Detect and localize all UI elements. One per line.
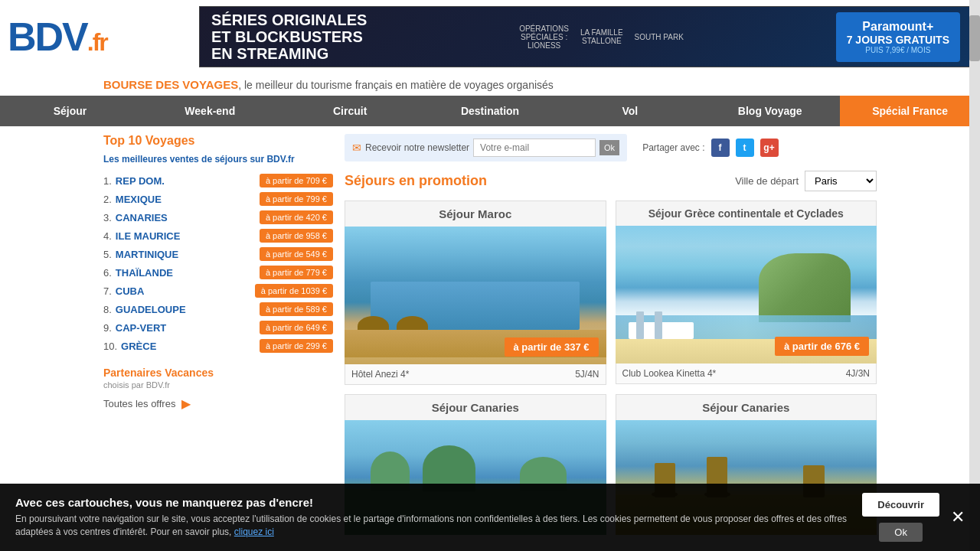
paramount-free: 7 JOURS GRATUITS bbox=[847, 34, 949, 46]
top10-subtitle: Les meilleures ventes de séjours sur BDV… bbox=[103, 154, 333, 165]
partenaires-subtitle: choisis par BDV.fr bbox=[103, 380, 170, 390]
newsletter-input[interactable] bbox=[473, 139, 596, 157]
ad-title-2: ET BLOCKBUSTERS bbox=[211, 28, 367, 45]
main: Top 10 Voyages Les meilleures ventes de … bbox=[0, 126, 980, 543]
ad-banner[interactable]: SÉRIES ORIGINALES ET BLOCKBUSTERS EN STR… bbox=[199, 6, 972, 67]
top10-price-9: à partir de 649 € bbox=[260, 321, 333, 334]
top10-name-6[interactable]: THAÏLANDE bbox=[116, 267, 173, 279]
nav-weekend[interactable]: Week-end bbox=[140, 96, 280, 126]
ad-left: SÉRIES ORIGINALES ET BLOCKBUSTERS EN STR… bbox=[211, 11, 367, 62]
cookie-main: Avec ces cartouches, vous ne manquerez p… bbox=[15, 496, 847, 539]
top10-name-4[interactable]: ILE MAURICE bbox=[116, 230, 181, 242]
top10-item-9: 9. CAP-VERT à partir de 649 € bbox=[103, 321, 333, 334]
ad-title-1: SÉRIES ORIGINALES bbox=[211, 11, 367, 28]
paramount-logo: Paramount+ bbox=[847, 20, 949, 34]
top10-item-2: 2. MEXIQUE à partir de 799 € bbox=[103, 192, 333, 206]
nav-vol[interactable]: Vol bbox=[560, 96, 700, 126]
content: ✉ Recevoir notre newsletter Ok Partager … bbox=[345, 134, 877, 535]
top10-price-2: à partir de 799 € bbox=[260, 192, 333, 206]
discover-button[interactable]: Découvrir bbox=[862, 493, 939, 517]
top10-name-1[interactable]: REP DOM. bbox=[116, 175, 165, 187]
top10-price-1: à partir de 709 € bbox=[260, 174, 333, 187]
top10-price-6: à partir de 779 € bbox=[260, 266, 333, 279]
top10-price-3: à partir de 420 € bbox=[260, 210, 333, 224]
card-maroc[interactable]: Séjour Maroc à partir de 337 € Hôtel Ane… bbox=[345, 201, 606, 385]
promo-header: Séjours en promotion Ville de départ Par… bbox=[345, 171, 877, 191]
nav: Séjour Week-end Circuit Destination Vol … bbox=[0, 96, 980, 126]
ad-shows: OPÉRATIONSSPÉCIALES :LIONESS LA FAMILLES… bbox=[519, 24, 684, 50]
top10-name-9[interactable]: CAP-VERT bbox=[116, 322, 166, 334]
card-img-grece: à partir de 676 € bbox=[616, 226, 877, 364]
card-img-maroc: à partir de 337 € bbox=[345, 227, 606, 364]
card-title-maroc: Séjour Maroc bbox=[345, 201, 606, 227]
top10-price-5: à partir de 549 € bbox=[260, 247, 333, 261]
card-info-maroc: Hôtel Anezi 4* 5J/4N bbox=[345, 364, 606, 385]
card-info-grece: Club Lookea Kinetta 4* 4J/3N bbox=[616, 364, 877, 384]
ad-show-2: LA FAMILLESTALLONE bbox=[580, 28, 623, 45]
newsletter-label: Recevoir notre newsletter bbox=[365, 142, 469, 153]
top10-price-8: à partir de 589 € bbox=[260, 302, 333, 316]
ad-title-3: EN STREAMING bbox=[211, 45, 367, 62]
ad-show-3: SOUTH PARK bbox=[635, 33, 684, 41]
card-grece[interactable]: Séjour Grèce continentale et Cyclades à … bbox=[616, 201, 877, 385]
share-facebook[interactable]: f bbox=[711, 139, 730, 157]
toutes-offres-arrow[interactable]: ▶ bbox=[181, 396, 191, 411]
cookie-banner: Avec ces cartouches, vous ne manquerez p… bbox=[0, 484, 980, 543]
top10-item-5: 5. MARTINIQUE à partir de 549 € bbox=[103, 247, 333, 261]
ad-paramount[interactable]: Paramount+ 7 JOURS GRATUITS PUIS 7,99€ /… bbox=[836, 12, 960, 62]
top10-name-5[interactable]: MARTINIQUE bbox=[116, 249, 178, 260]
top10-item-4: 4. ILE MAURICE à partir de 958 € bbox=[103, 229, 333, 243]
scrollbar[interactable] bbox=[969, 0, 980, 543]
top10-name-10[interactable]: GRÈCE bbox=[121, 341, 156, 352]
nav-blog[interactable]: Blog Voyage bbox=[700, 96, 840, 126]
ville-select[interactable]: Paris Lyon Marseille Bordeaux Toulouse N… bbox=[805, 171, 877, 191]
logo-blue: BDV bbox=[8, 15, 87, 59]
nav-circuit[interactable]: Circuit bbox=[280, 96, 420, 126]
nav-destination[interactable]: Destination bbox=[420, 96, 560, 126]
toutes-offres: Toutes les offres ▶ bbox=[103, 396, 333, 411]
close-icon[interactable]: ✕ bbox=[951, 507, 965, 527]
top10-name-8[interactable]: GUADELOUPE bbox=[116, 304, 186, 315]
logo[interactable]: BDV.fr bbox=[8, 14, 184, 60]
email-icon: ✉ bbox=[352, 142, 361, 154]
card-price-grece: à partir de 676 € bbox=[775, 337, 869, 356]
top10-name-7[interactable]: CUBA bbox=[116, 285, 145, 297]
toutes-offres-label: Toutes les offres bbox=[103, 398, 175, 409]
newsletter-submit[interactable]: Ok bbox=[599, 140, 619, 155]
partenaires-title: Partenaires Vacances bbox=[103, 367, 333, 379]
cookie-link[interactable]: cliquez ici bbox=[234, 527, 274, 537]
partenaires-section: Partenaires Vacances choisis par BDV.fr … bbox=[103, 367, 333, 411]
top10-item-1: 1. REP DOM. à partir de 709 € bbox=[103, 174, 333, 187]
ville-depart: Ville de départ Paris Lyon Marseille Bor… bbox=[735, 171, 877, 191]
cookie-text: En poursuivant votre navigation sur le s… bbox=[15, 513, 847, 539]
cookie-actions: Découvrir Ok bbox=[862, 493, 939, 542]
scrollbar-thumb[interactable] bbox=[969, 15, 980, 61]
top10-item-8: 8. GUADELOUPE à partir de 589 € bbox=[103, 302, 333, 316]
ad-show-1: OPÉRATIONSSPÉCIALES :LIONESS bbox=[519, 24, 569, 50]
nav-special-france[interactable]: Spécial France bbox=[840, 96, 980, 126]
top10-price-7: à partir de 1039 € bbox=[255, 284, 333, 298]
card-title-canaries-2: Séjour Canaries bbox=[616, 394, 877, 420]
paramount-price: PUIS 7,99€ / MOIS bbox=[847, 46, 949, 54]
promo-title: Séjours en promotion bbox=[345, 173, 487, 189]
tagline: BOURSE DES VOYAGES, le meilleur du touri… bbox=[0, 73, 980, 96]
nav-sejour[interactable]: Séjour bbox=[0, 96, 140, 126]
top10-name-2[interactable]: MEXIQUE bbox=[116, 194, 162, 205]
logo-orange: .fr bbox=[87, 28, 107, 56]
top10-item-7: 7. CUBA à partir de 1039 € bbox=[103, 284, 333, 298]
tagline-brand: BOURSE DES VOYAGES bbox=[103, 78, 238, 91]
top10-name-3[interactable]: CANARIES bbox=[116, 212, 168, 223]
ok-button[interactable]: Ok bbox=[879, 523, 923, 542]
tagline-rest: , le meilleur du tourisme français en ma… bbox=[238, 79, 554, 91]
top10-item-10: 10. GRÈCE à partir de 299 € bbox=[103, 339, 333, 353]
share-bar: Partager avec : f t g+ bbox=[642, 139, 778, 157]
share-googleplus[interactable]: g+ bbox=[760, 139, 779, 157]
top10-price-4: à partir de 958 € bbox=[260, 229, 333, 243]
logo-text: BDV.fr bbox=[8, 15, 107, 59]
cookie-title: Avec ces cartouches, vous ne manquerez p… bbox=[15, 496, 847, 509]
share-label: Partager avec : bbox=[642, 142, 704, 153]
top10-item-3: 3. CANARIES à partir de 420 € bbox=[103, 210, 333, 224]
top10-title: Top 10 Voyages bbox=[103, 134, 333, 148]
card-title-grece: Séjour Grèce continentale et Cyclades bbox=[616, 201, 877, 226]
share-twitter[interactable]: t bbox=[736, 139, 754, 157]
